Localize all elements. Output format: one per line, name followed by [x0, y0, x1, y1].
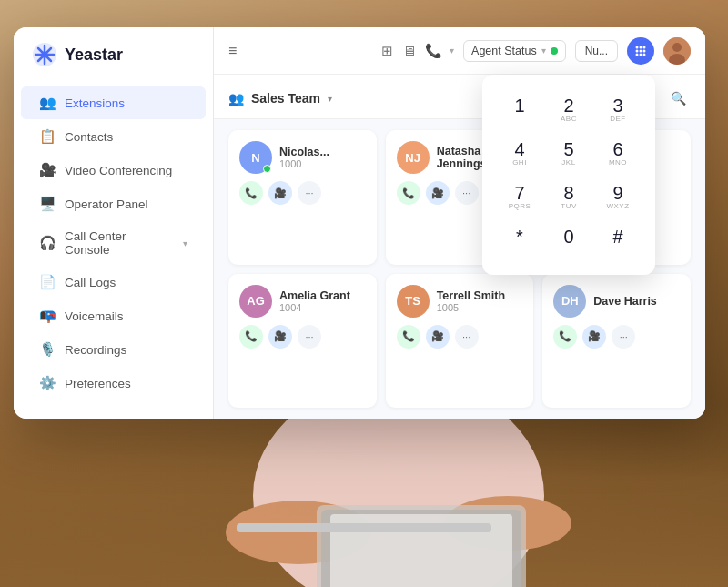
dial-key-1[interactable]: 1 — [497, 89, 542, 129]
video-button-1[interactable]: 🎥 — [426, 181, 450, 205]
dial-num-9: * — [516, 228, 523, 246]
contact-avatar-0: N — [239, 141, 272, 174]
video-button-5[interactable]: 🎥 — [582, 325, 606, 349]
dial-key-3[interactable]: 3 DEF — [595, 89, 641, 129]
video-button-4[interactable]: 🎥 — [426, 325, 450, 349]
sidebar-item-preferences[interactable]: ⚙️ Preferences — [21, 367, 206, 400]
online-badge-0 — [263, 165, 271, 173]
agent-status-dot — [551, 47, 558, 55]
sales-team-chevron[interactable]: ▾ — [328, 94, 332, 104]
more-button-1[interactable]: ··· — [455, 181, 479, 205]
agent-status-label: Agent Status — [471, 45, 537, 57]
dial-letters-1: ABC — [561, 115, 577, 123]
nav-icon-call-center-console: 🎧 — [39, 235, 56, 251]
nav-icon-contacts: 📋 — [39, 128, 56, 145]
number-input[interactable]: Nu... — [575, 40, 618, 62]
contact-ext-4: 1005 — [437, 302, 505, 313]
topbar-right: ⊞ 🖥 📞 ▾ Agent Status ▾ Nu... — [379, 37, 691, 65]
svg-point-31 — [672, 43, 682, 52]
call-button-0[interactable]: 📞 — [239, 181, 263, 205]
call-button-3[interactable]: 📞 — [239, 325, 263, 349]
dial-num-3: 4 — [514, 140, 524, 158]
dial-letters-2: DEF — [610, 115, 626, 123]
sidebar: Yeastar 👥 Extensions 📋 Contacts 🎥 Video … — [14, 27, 214, 419]
svg-point-28 — [640, 53, 642, 56]
dialpad-icon — [634, 45, 647, 57]
sidebar-item-call-center-console[interactable]: 🎧 Call Center Console ▾ — [21, 221, 206, 265]
monitor-icon[interactable]: 🖥 — [400, 41, 418, 60]
video-button-3[interactable]: 🎥 — [268, 325, 292, 349]
sidebar-item-extensions[interactable]: 👥 Extensions — [21, 86, 206, 119]
contact-top-0: N Nicolas... 1000 — [239, 141, 366, 174]
dial-key-5[interactable]: 5 JKL — [546, 133, 592, 173]
svg-point-29 — [643, 53, 646, 56]
svg-point-22 — [640, 46, 642, 48]
agent-status-chevron: ▾ — [541, 46, 546, 56]
contact-actions-0: 📞 🎥 ··· — [239, 181, 366, 205]
agent-status-button[interactable]: Agent Status ▾ — [463, 40, 566, 62]
call-button-5[interactable]: 📞 — [553, 325, 577, 349]
contact-actions-3: 📞 🎥 ··· — [239, 325, 366, 349]
contacts-search-button[interactable]: 🔍 — [665, 86, 691, 111]
sidebar-item-voicemails[interactable]: 📭 Voicemails — [21, 299, 206, 332]
avatar-img-5: DH — [553, 285, 586, 318]
avatar-image — [663, 37, 691, 65]
nav-chevron-call-center-console: ▾ — [183, 238, 187, 248]
sidebar-item-call-logs[interactable]: 📄 Call Logs — [21, 266, 206, 299]
dial-key-9[interactable]: 9 WXYZ — [595, 177, 641, 217]
call-button-4[interactable]: 📞 — [397, 325, 420, 349]
dial-key-6[interactable]: 6 MNO — [595, 133, 641, 173]
sidebar-item-contacts[interactable]: 📋 Contacts — [21, 120, 206, 153]
nav-icon-extensions: 👥 — [39, 95, 56, 111]
video-button-0[interactable]: 🎥 — [268, 181, 292, 205]
nav-label-preferences: Preferences — [65, 377, 131, 390]
hamburger-icon[interactable]: ≡ — [228, 43, 237, 59]
nav-label-call-logs: Call Logs — [65, 276, 116, 289]
more-button-0[interactable]: ··· — [298, 181, 321, 205]
contact-info-4: Terrell Smith 1005 — [437, 289, 505, 313]
dial-key-0[interactable]: 0 — [546, 220, 592, 260]
sidebar-item-recordings[interactable]: 🎙️ Recordings — [21, 333, 206, 366]
dial-letters-8: WXYZ — [606, 202, 629, 210]
contact-avatar-5: DH — [553, 285, 586, 318]
topbar-grid-icons: ⊞ 🖥 📞 ▾ — [379, 41, 454, 61]
contact-name-5: Dave Harris — [593, 295, 657, 308]
nav-icon-operator-panel: 🖥️ — [39, 196, 56, 212]
dial-key-#[interactable]: # — [595, 220, 641, 260]
dial-key-4[interactable]: 4 GHI — [497, 133, 542, 173]
contact-avatar-1: NJ — [397, 141, 430, 174]
more-button-5[interactable]: ··· — [612, 325, 635, 349]
main-content: ≡ ⊞ 🖥 📞 ▾ Agent Status ▾ Nu... — [214, 27, 705, 419]
nav-icon-voicemails: 📭 — [39, 308, 56, 324]
svg-point-27 — [636, 53, 639, 56]
topbar: ≡ ⊞ 🖥 📞 ▾ Agent Status ▾ Nu... — [214, 27, 705, 75]
dial-letters-5: MNO — [609, 158, 627, 167]
svg-point-21 — [636, 46, 639, 48]
grid-view-icon[interactable]: ⊞ — [379, 41, 395, 61]
dial-num-5: 6 — [612, 140, 622, 158]
nav-icon-video-conferencing: 🎥 — [39, 162, 56, 178]
contact-card-0: N Nicolas... 1000 📞 🎥 ··· — [228, 130, 377, 265]
sidebar-item-operator-panel[interactable]: 🖥️ Operator Panel — [21, 187, 206, 220]
dial-key-*[interactable]: * — [497, 220, 542, 260]
call-button-1[interactable]: 📞 — [397, 181, 420, 205]
dialpad-button[interactable] — [627, 37, 654, 65]
dial-num-0: 1 — [514, 96, 524, 115]
phone-icon[interactable]: 📞 — [423, 41, 444, 61]
yeastar-logo-icon — [32, 42, 57, 67]
dial-key-2[interactable]: 2 ABC — [546, 89, 592, 129]
more-button-3[interactable]: ··· — [298, 325, 321, 349]
dial-letters-7: TUV — [561, 202, 577, 210]
dial-key-7[interactable]: 7 PQRS — [497, 177, 542, 217]
user-avatar[interactable] — [663, 37, 691, 65]
more-button-4[interactable]: ··· — [455, 325, 479, 349]
logo-area: Yeastar — [14, 42, 213, 86]
dial-letters-4: JKL — [561, 158, 575, 167]
dial-key-8[interactable]: 8 TUV — [546, 177, 592, 217]
contact-top-4: TS Terrell Smith 1005 — [397, 285, 523, 318]
svg-point-23 — [643, 46, 646, 48]
contact-name-3: Amelia Grant — [279, 289, 350, 302]
contact-actions-4: 📞 🎥 ··· — [397, 325, 523, 349]
number-input-label: Nu... — [585, 45, 608, 57]
sidebar-item-video-conferencing[interactable]: 🎥 Video Conferencing — [21, 154, 206, 187]
